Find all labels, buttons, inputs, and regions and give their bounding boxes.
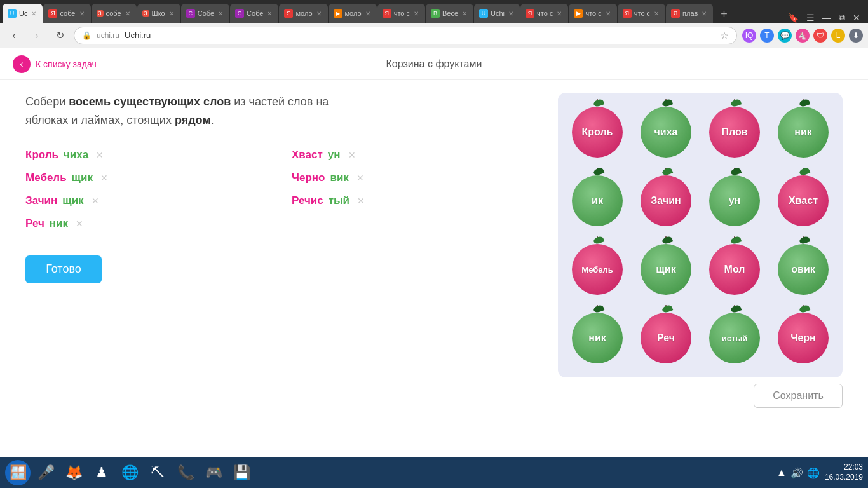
taskbar-chrome-icon[interactable]: 🌐: [117, 460, 142, 485]
taskbar-start-button[interactable]: 🪟: [5, 460, 31, 485]
tab-3[interactable]: 3 собе ✕: [92, 4, 137, 23]
restore-icon[interactable]: ⧉: [839, 12, 845, 23]
tab-2[interactable]: Я собе ✕: [43, 4, 90, 23]
fruit-cell-14[interactable]: Реч: [634, 306, 698, 370]
tab-close-btn[interactable]: ✕: [30, 10, 37, 17]
word-remove-7[interactable]: ✕: [76, 219, 83, 229]
reload-button[interactable]: ↻: [51, 27, 69, 44]
fruit-cell-4[interactable]: ник: [771, 100, 835, 164]
tab-8[interactable]: ▶ моло ✕: [329, 4, 377, 23]
ext-icon-3[interactable]: 💬: [778, 29, 792, 43]
tab-12[interactable]: Я что с ✕: [520, 4, 568, 23]
fruit-cell-7[interactable]: ун: [703, 169, 766, 233]
minimize-icon[interactable]: —: [822, 13, 831, 23]
address-bar[interactable]: 🔒 uchi.ru Uchi.ru ☆: [74, 27, 737, 44]
taskbar-skype-icon[interactable]: 📞: [173, 460, 198, 485]
tab-15[interactable]: Я плав ✕: [666, 4, 713, 23]
fruit-cell-15[interactable]: истый: [703, 306, 766, 370]
fruit-cell-10[interactable]: щик: [634, 238, 698, 301]
save-button[interactable]: Сохранить: [754, 384, 843, 408]
taskbar-app7-icon[interactable]: 🎮: [201, 460, 226, 485]
fruit-cell-1[interactable]: Кроль: [566, 100, 629, 164]
fruit-cell-3[interactable]: Плов: [703, 100, 766, 164]
tab-5[interactable]: С Собе ✕: [181, 4, 229, 23]
ext-icon-1[interactable]: IQ: [742, 29, 756, 43]
tab-close-10[interactable]: ✕: [461, 10, 468, 17]
word-remove-6[interactable]: ✕: [357, 196, 365, 206]
taskbar-steam-icon[interactable]: 💾: [229, 460, 254, 485]
fruit-cell-2[interactable]: чиха: [634, 100, 698, 164]
tab-active[interactable]: U Uc ✕: [3, 4, 43, 23]
tray-network-icon[interactable]: 🌐: [807, 467, 820, 479]
taskbar-chess-icon[interactable]: ♟: [89, 460, 114, 485]
tab-close-11[interactable]: ✕: [507, 10, 515, 17]
ext-icon-6[interactable]: L: [831, 29, 845, 43]
ext-icon-4[interactable]: 🦄: [796, 29, 810, 43]
bookmark-manager-icon[interactable]: 🔖: [788, 13, 799, 23]
new-tab-button[interactable]: +: [715, 5, 733, 23]
tab-label-2: собе: [60, 10, 75, 17]
fruit-cell-13[interactable]: ник: [566, 306, 629, 370]
tab-10[interactable]: В Весе ✕: [426, 4, 473, 23]
word-second-2: ун: [328, 149, 341, 161]
tab-11[interactable]: U Uchi ✕: [474, 4, 520, 23]
tab-close-13[interactable]: ✕: [604, 10, 612, 17]
word-item-3[interactable]: Мебельщик ✕: [25, 172, 266, 184]
tab-close-8[interactable]: ✕: [364, 10, 372, 17]
tab-close-7[interactable]: ✕: [315, 10, 323, 17]
fruit-cell-12[interactable]: овик: [771, 238, 835, 301]
fruit-cell-5[interactable]: ик: [566, 169, 629, 233]
fruit-cell-11[interactable]: Мол: [703, 238, 766, 301]
word-item-1[interactable]: Крольчиха ✕: [25, 149, 266, 161]
fruit-body-15: истый: [709, 313, 760, 363]
tab-close-15[interactable]: ✕: [700, 10, 708, 17]
word-item-6[interactable]: Речистый ✕: [292, 194, 532, 207]
taskbar-firefox-icon[interactable]: 🦊: [61, 460, 86, 485]
close-window-icon[interactable]: ✕: [853, 13, 860, 23]
word-remove-2[interactable]: ✕: [348, 150, 356, 160]
tray-volume-icon[interactable]: 🔊: [790, 467, 803, 479]
taskbar-microphone-icon[interactable]: 🎤: [33, 460, 58, 485]
fruit-cell-8[interactable]: Хваст: [771, 169, 835, 233]
word-item-4[interactable]: Черновик ✕: [292, 172, 532, 184]
clock-display[interactable]: 22:03 16.03.2019: [825, 463, 863, 482]
ext-icon-2[interactable]: T: [760, 29, 774, 43]
word-remove-1[interactable]: ✕: [96, 150, 104, 160]
fruit-cell-9[interactable]: Мебель: [566, 238, 629, 301]
word-item-5[interactable]: Зачинщик ✕: [25, 194, 266, 207]
word-remove-3[interactable]: ✕: [100, 173, 108, 183]
tab-close-4[interactable]: ✕: [168, 10, 175, 17]
tab-favicon-7: Я: [284, 9, 293, 18]
fruit-body-13: ник: [572, 313, 623, 363]
word-remove-4[interactable]: ✕: [356, 173, 364, 183]
tab-close-6[interactable]: ✕: [266, 10, 273, 17]
tab-close-12[interactable]: ✕: [555, 10, 563, 17]
tray-show-hidden-icon[interactable]: ▲: [776, 467, 787, 478]
tab-6[interactable]: С Собе ✕: [230, 4, 278, 23]
word-item-7[interactable]: Речник ✕: [25, 217, 266, 230]
tab-4[interactable]: 3 Шко ✕: [137, 4, 180, 23]
word-remove-5[interactable]: ✕: [92, 196, 99, 206]
word-item-2[interactable]: Хвастун ✕: [292, 149, 532, 161]
fruit-cell-6[interactable]: Зачин: [634, 169, 698, 233]
tab-7[interactable]: Я моло ✕: [279, 4, 327, 23]
taskbar-minecraft-icon[interactable]: ⛏: [145, 460, 170, 485]
tab-close-14[interactable]: ✕: [653, 10, 660, 17]
download-icon[interactable]: ⬇: [849, 29, 863, 43]
tab-close-2[interactable]: ✕: [78, 10, 86, 17]
tab-close-3[interactable]: ✕: [124, 10, 132, 17]
ext-icon-5[interactable]: 🛡: [813, 29, 827, 43]
tab-close-9[interactable]: ✕: [412, 10, 420, 17]
back-button[interactable]: ‹: [5, 27, 23, 44]
ready-button[interactable]: Готово: [25, 255, 102, 283]
tab-9[interactable]: Я что с ✕: [377, 4, 425, 23]
fruit-cell-16[interactable]: Черн: [771, 306, 835, 370]
word-second-1: чиха: [64, 149, 88, 161]
forward-button[interactable]: ›: [28, 27, 46, 44]
menu-icon[interactable]: ☰: [806, 13, 815, 23]
tab-close-5[interactable]: ✕: [217, 10, 224, 17]
back-to-list-button[interactable]: ‹ К списку задач: [13, 55, 97, 73]
page-bookmark-icon[interactable]: ☆: [721, 30, 729, 41]
tab-13[interactable]: ▶ что с ✕: [569, 4, 616, 23]
tab-14[interactable]: Я что с ✕: [618, 4, 665, 23]
